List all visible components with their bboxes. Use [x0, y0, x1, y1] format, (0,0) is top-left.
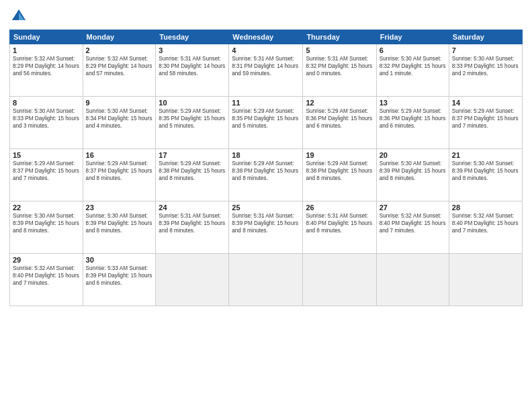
day-cell: 15Sunrise: 5:29 AM Sunset: 8:37 PM Dayli… — [10, 149, 83, 201]
day-cell: 25Sunrise: 5:31 AM Sunset: 8:39 PM Dayli… — [229, 201, 303, 254]
day-cell — [229, 254, 303, 306]
day-cell: 26Sunrise: 5:31 AM Sunset: 8:40 PM Dayli… — [303, 201, 376, 254]
day-cell: 5Sunrise: 5:31 AM Sunset: 8:32 PM Daylig… — [303, 44, 376, 97]
day-cell: 14Sunrise: 5:29 AM Sunset: 8:37 PM Dayli… — [449, 97, 522, 149]
day-number: 29 — [13, 256, 80, 264]
day-number: 23 — [86, 203, 153, 212]
day-info: Sunrise: 5:31 AM Sunset: 8:39 PM Dayligh… — [159, 212, 226, 234]
day-number: 9 — [86, 99, 153, 107]
day-info: Sunrise: 5:32 AM Sunset: 8:40 PM Dayligh… — [13, 265, 80, 287]
logo-icon — [9, 7, 28, 26]
day-number: 7 — [452, 46, 519, 54]
day-cell: 8Sunrise: 5:30 AM Sunset: 8:33 PM Daylig… — [10, 97, 83, 149]
day-info: Sunrise: 5:30 AM Sunset: 8:39 PM Dayligh… — [452, 160, 519, 182]
day-info: Sunrise: 5:30 AM Sunset: 8:39 PM Dayligh… — [86, 212, 153, 234]
day-number: 24 — [159, 203, 226, 212]
week-row-3: 15Sunrise: 5:29 AM Sunset: 8:37 PM Dayli… — [10, 149, 523, 201]
day-info: Sunrise: 5:31 AM Sunset: 8:31 PM Dayligh… — [232, 55, 300, 77]
day-number: 26 — [306, 203, 373, 212]
day-cell: 4Sunrise: 5:31 AM Sunset: 8:31 PM Daylig… — [229, 44, 303, 97]
day-cell: 13Sunrise: 5:29 AM Sunset: 8:36 PM Dayli… — [376, 97, 449, 149]
day-cell: 2Sunrise: 5:32 AM Sunset: 8:29 PM Daylig… — [83, 44, 156, 97]
day-cell: 9Sunrise: 5:30 AM Sunset: 8:34 PM Daylig… — [83, 97, 156, 149]
day-number: 30 — [86, 256, 153, 264]
day-cell: 16Sunrise: 5:29 AM Sunset: 8:37 PM Dayli… — [83, 149, 156, 201]
col-sunday: Sunday — [10, 30, 83, 44]
col-tuesday: Tuesday — [156, 30, 229, 44]
day-cell — [303, 254, 376, 306]
day-info: Sunrise: 5:29 AM Sunset: 8:35 PM Dayligh… — [232, 107, 300, 130]
day-number: 19 — [306, 151, 373, 159]
day-number: 21 — [452, 151, 519, 159]
day-info: Sunrise: 5:29 AM Sunset: 8:37 PM Dayligh… — [13, 160, 80, 182]
day-number: 22 — [13, 203, 80, 212]
col-monday: Monday — [83, 30, 156, 44]
week-row-4: 22Sunrise: 5:30 AM Sunset: 8:39 PM Dayli… — [10, 201, 523, 254]
day-number: 3 — [159, 46, 226, 54]
day-cell: 17Sunrise: 5:29 AM Sunset: 8:38 PM Dayli… — [156, 149, 229, 201]
col-saturday: Saturday — [449, 30, 522, 44]
col-thursday: Thursday — [303, 30, 376, 44]
day-cell: 22Sunrise: 5:30 AM Sunset: 8:39 PM Dayli… — [10, 201, 83, 254]
day-cell: 19Sunrise: 5:29 AM Sunset: 8:38 PM Dayli… — [303, 149, 376, 201]
day-number: 8 — [13, 99, 80, 107]
day-info: Sunrise: 5:30 AM Sunset: 8:39 PM Dayligh… — [380, 160, 446, 182]
day-info: Sunrise: 5:32 AM Sunset: 8:40 PM Dayligh… — [380, 212, 446, 234]
day-number: 11 — [232, 99, 300, 107]
day-cell: 11Sunrise: 5:29 AM Sunset: 8:35 PM Dayli… — [229, 97, 303, 149]
day-info: Sunrise: 5:31 AM Sunset: 8:32 PM Dayligh… — [306, 55, 373, 77]
day-cell — [449, 254, 522, 306]
day-number: 1 — [13, 46, 80, 54]
day-cell: 10Sunrise: 5:29 AM Sunset: 8:35 PM Dayli… — [156, 97, 229, 149]
day-info: Sunrise: 5:30 AM Sunset: 8:33 PM Dayligh… — [452, 55, 519, 77]
day-info: Sunrise: 5:29 AM Sunset: 8:36 PM Dayligh… — [380, 107, 446, 130]
day-cell: 3Sunrise: 5:31 AM Sunset: 8:30 PM Daylig… — [156, 44, 229, 97]
day-cell: 30Sunrise: 5:33 AM Sunset: 8:39 PM Dayli… — [83, 254, 156, 306]
day-cell: 12Sunrise: 5:29 AM Sunset: 8:36 PM Dayli… — [303, 97, 376, 149]
week-row-2: 8Sunrise: 5:30 AM Sunset: 8:33 PM Daylig… — [10, 97, 523, 149]
day-number: 16 — [86, 151, 153, 159]
day-info: Sunrise: 5:29 AM Sunset: 8:38 PM Dayligh… — [232, 160, 300, 182]
day-info: Sunrise: 5:31 AM Sunset: 8:30 PM Dayligh… — [159, 55, 226, 77]
day-cell — [376, 254, 449, 306]
day-number: 6 — [380, 46, 446, 54]
day-info: Sunrise: 5:33 AM Sunset: 8:39 PM Dayligh… — [86, 265, 153, 287]
day-cell: 18Sunrise: 5:29 AM Sunset: 8:38 PM Dayli… — [229, 149, 303, 201]
day-info: Sunrise: 5:32 AM Sunset: 8:29 PM Dayligh… — [13, 55, 80, 77]
day-cell: 27Sunrise: 5:32 AM Sunset: 8:40 PM Dayli… — [376, 201, 449, 254]
day-number: 28 — [452, 203, 519, 212]
day-cell: 20Sunrise: 5:30 AM Sunset: 8:39 PM Dayli… — [376, 149, 449, 201]
header — [9, 7, 523, 26]
day-info: Sunrise: 5:32 AM Sunset: 8:40 PM Dayligh… — [452, 212, 519, 234]
day-cell — [156, 254, 229, 306]
day-number: 14 — [452, 99, 519, 107]
day-number: 2 — [86, 46, 153, 54]
day-cell: 7Sunrise: 5:30 AM Sunset: 8:33 PM Daylig… — [449, 44, 522, 97]
page: Sunday Monday Tuesday Wednesday Thursday… — [0, 0, 532, 411]
day-number: 20 — [380, 151, 446, 159]
day-number: 12 — [306, 99, 373, 107]
day-cell: 24Sunrise: 5:31 AM Sunset: 8:39 PM Dayli… — [156, 201, 229, 254]
day-info: Sunrise: 5:30 AM Sunset: 8:32 PM Dayligh… — [380, 55, 446, 77]
day-info: Sunrise: 5:30 AM Sunset: 8:34 PM Dayligh… — [86, 107, 153, 130]
day-number: 18 — [232, 151, 300, 159]
week-row-1: 1Sunrise: 5:32 AM Sunset: 8:29 PM Daylig… — [10, 44, 523, 97]
day-info: Sunrise: 5:30 AM Sunset: 8:33 PM Dayligh… — [13, 107, 80, 130]
day-cell: 29Sunrise: 5:32 AM Sunset: 8:40 PM Dayli… — [10, 254, 83, 306]
day-info: Sunrise: 5:29 AM Sunset: 8:35 PM Dayligh… — [159, 107, 226, 130]
day-cell: 21Sunrise: 5:30 AM Sunset: 8:39 PM Dayli… — [449, 149, 522, 201]
day-number: 27 — [380, 203, 446, 212]
day-cell: 1Sunrise: 5:32 AM Sunset: 8:29 PM Daylig… — [10, 44, 83, 97]
day-number: 15 — [13, 151, 80, 159]
day-info: Sunrise: 5:30 AM Sunset: 8:39 PM Dayligh… — [13, 212, 80, 234]
week-row-5: 29Sunrise: 5:32 AM Sunset: 8:40 PM Dayli… — [10, 254, 523, 306]
day-cell: 28Sunrise: 5:32 AM Sunset: 8:40 PM Dayli… — [449, 201, 522, 254]
day-number: 5 — [306, 46, 373, 54]
day-number: 10 — [159, 99, 226, 107]
day-info: Sunrise: 5:29 AM Sunset: 8:38 PM Dayligh… — [159, 160, 226, 182]
day-info: Sunrise: 5:29 AM Sunset: 8:37 PM Dayligh… — [452, 107, 519, 130]
day-info: Sunrise: 5:31 AM Sunset: 8:39 PM Dayligh… — [232, 212, 300, 234]
day-number: 25 — [232, 203, 300, 212]
day-number: 17 — [159, 151, 226, 159]
calendar: Sunday Monday Tuesday Wednesday Thursday… — [9, 30, 523, 306]
